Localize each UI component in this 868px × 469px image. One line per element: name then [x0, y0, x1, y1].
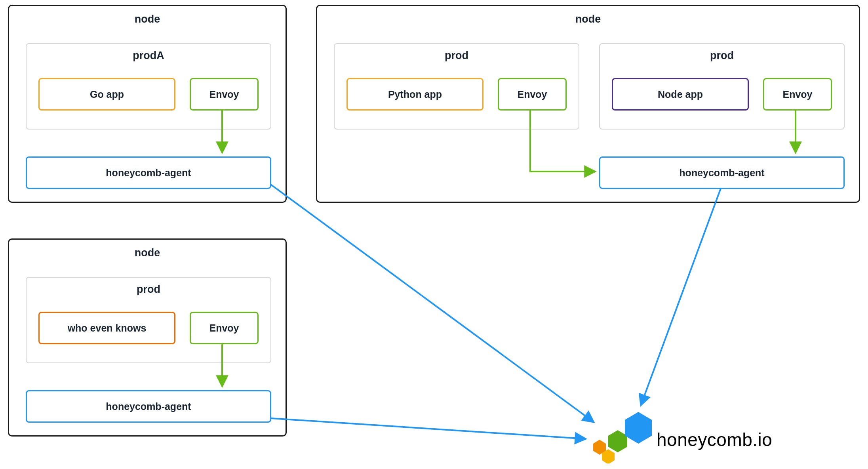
- arrow-agent-to-honeycomb: [641, 189, 721, 406]
- pod-prod-unknown: prod who even knows Envoy: [26, 277, 271, 363]
- chip-label: Envoy: [782, 89, 812, 100]
- chip-label: honeycomb-agent: [679, 167, 764, 179]
- honeycomb-logo: honeycomb.io honeycomb.io: [582, 408, 859, 463]
- chip-label: Node app: [658, 89, 703, 100]
- svg-marker-2: [608, 430, 627, 452]
- logo-text-svg: honeycomb.io: [657, 429, 772, 450]
- pod-prod-python: prod Python app Envoy: [334, 43, 579, 130]
- arrow-agent-to-honeycomb: [271, 185, 594, 422]
- chip-label: honeycomb-agent: [106, 401, 191, 412]
- honeycomb-agent-box: honeycomb-agent: [599, 156, 845, 189]
- chip-label: honeycomb-agent: [106, 167, 191, 179]
- pod-title: prodA: [27, 44, 270, 66]
- container-who-even-knows: who even knows: [38, 312, 175, 344]
- honeycomb-hex-cluster-icon: [593, 412, 652, 463]
- pod-prod-node: prod Node app Envoy: [599, 43, 845, 130]
- pod-prodA: prodA Go app Envoy: [26, 43, 271, 130]
- honeycomb-agent-box: honeycomb-agent: [26, 390, 271, 423]
- node-box-top-left: node prodA Go app Envoy honeycomb-agent: [8, 5, 287, 203]
- pod-title: prod: [27, 278, 270, 299]
- container-envoy: Envoy: [763, 78, 832, 111]
- chip-label: Go app: [90, 89, 124, 100]
- container-go-app: Go app: [38, 78, 175, 111]
- arrow-agent-to-honeycomb: [271, 418, 586, 439]
- node-box-bottom-left: node prod who even knows Envoy honeycomb…: [8, 238, 287, 437]
- pod-title: prod: [335, 44, 579, 66]
- node-title: node: [9, 240, 286, 263]
- chip-label: Python app: [388, 89, 442, 100]
- container-python-app: Python app: [346, 78, 483, 111]
- node-title: node: [9, 6, 286, 29]
- honeycomb-agent-box: honeycomb-agent: [26, 156, 271, 189]
- svg-marker-3: [625, 412, 652, 444]
- node-box-top-right: node prod Python app Envoy prod Node app…: [316, 5, 860, 203]
- container-envoy: Envoy: [190, 312, 259, 344]
- pod-title: prod: [600, 44, 844, 66]
- container-envoy: Envoy: [498, 78, 567, 111]
- container-envoy: Envoy: [190, 78, 259, 111]
- container-node-app: Node app: [612, 78, 749, 111]
- architecture-diagram: node prodA Go app Envoy honeycomb-agent …: [0, 0, 868, 469]
- node-title: node: [317, 6, 859, 29]
- chip-label: who even knows: [68, 322, 147, 334]
- chip-label: Envoy: [517, 89, 547, 100]
- chip-label: Envoy: [209, 89, 239, 100]
- chip-label: Envoy: [209, 322, 239, 334]
